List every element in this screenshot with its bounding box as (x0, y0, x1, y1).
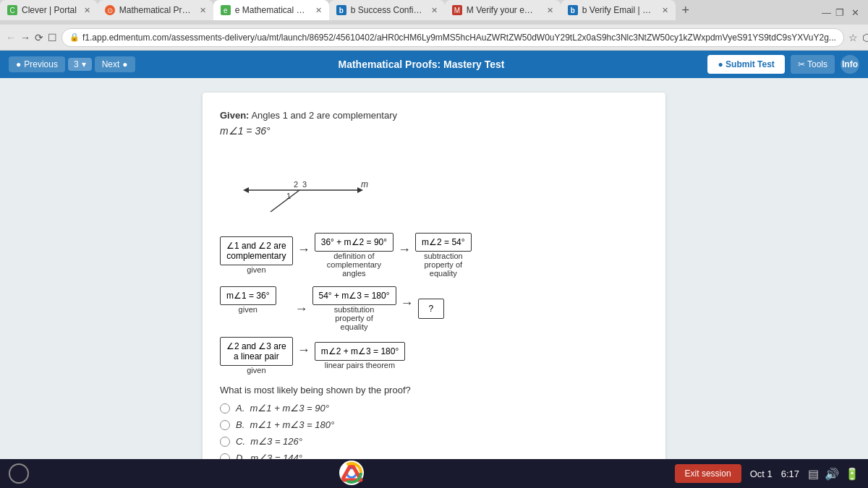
proof-arrow-5: → (293, 343, 315, 358)
info-button[interactable]: Info (841, 55, 859, 74)
option-a-radio[interactable] (220, 403, 230, 414)
tab-math-proofs[interactable]: ⊙ Mathematical Proofs ✕ (98, 0, 213, 20)
url-text: f1.app.edmentum.com/assessments-delivery… (82, 33, 836, 43)
tab-clever[interactable]: C Clever | Portal ✕ (0, 0, 98, 20)
url-bar[interactable]: 🔒 f1.app.edmentum.com/assessments-delive… (61, 28, 844, 47)
proof-row-1: ∠1 and ∠2 arecomplementary given → 36° +… (220, 233, 648, 278)
proof-middle: m∠1 = 36° given → 54° + m∠3 = 180° subst… (220, 283, 648, 331)
tab-close-clever[interactable]: ✕ (84, 6, 90, 15)
proof-col-6: ? (418, 299, 445, 319)
svg-line-4 (271, 190, 299, 212)
tab-verify[interactable]: M M Verify your email add ✕ (445, 0, 561, 20)
tab-label-verify: M Verify your email add (467, 5, 540, 15)
tab-close-success[interactable]: ✕ (431, 6, 438, 15)
lock-icon: 🔒 (69, 33, 80, 42)
geometry-diagram: m 2 3 1 (234, 147, 648, 221)
option-c-label: C. m∠3 = 126° (236, 436, 302, 447)
prev-icon: ● (16, 59, 21, 69)
scissors-icon: ✂ (798, 59, 805, 69)
proof-row-2: → 54° + m∠3 = 180° substitutionproperty … (291, 286, 445, 331)
taskbar-date: Oct 1 (750, 468, 773, 479)
tab-success[interactable]: b b Success Confirmation ✕ (329, 0, 445, 20)
proof-col-4: m∠1 = 36° given (220, 286, 276, 314)
new-tab-button[interactable]: + (676, 0, 696, 20)
tab-icon-bartleby: b (568, 5, 578, 15)
proof-box-8-label: linear pairs theorem (325, 361, 395, 369)
proof-col-1: ∠1 and ∠2 arecomplementary given (220, 236, 293, 274)
tab-label-emath: e Mathematical Proofs (235, 5, 308, 15)
close-icon[interactable]: ✕ (848, 7, 862, 18)
reload-button[interactable]: ⟳ (35, 27, 43, 48)
submit-icon: ● (718, 59, 723, 69)
proof-box-1-label: given (247, 265, 265, 274)
restore-icon[interactable]: ❐ (835, 7, 844, 18)
back-button[interactable]: ← (6, 27, 16, 48)
proof-box-8: m∠2 + m∠3 = 180° (315, 342, 406, 361)
next-button-toolbar[interactable]: Next ● (95, 56, 135, 72)
forward-button[interactable]: → (20, 27, 30, 48)
tab-icon-verify: M (452, 5, 462, 15)
chrome-taskbar-icon[interactable] (339, 461, 364, 487)
option-b[interactable]: B. m∠1 + m∠3 = 180° (220, 419, 648, 430)
proof-box-7: ∠2 and ∠3 area linear pair (220, 337, 293, 366)
proof-box-4-label: given (239, 305, 258, 314)
tab-emath[interactable]: e e Mathematical Proofs ✕ (213, 0, 329, 20)
proof-box-5: 54° + m∠3 = 180° (312, 286, 396, 305)
option-c[interactable]: C. m∠3 = 126° (220, 436, 648, 447)
tab-close-bartleby[interactable]: ✕ (662, 6, 668, 15)
volume-icon: 🔊 (825, 467, 839, 481)
proof-box-3-label: subtractionproperty ofequality (424, 252, 463, 278)
submit-test-button[interactable]: ● Submit Test (707, 55, 784, 74)
proof-col-5: → 54° + m∠3 = 180° substitutionproperty … (291, 286, 445, 331)
options-list: A. m∠1 + m∠3 = 90° B. m∠1 + m∠3 = 180° C… (220, 403, 648, 463)
proof-col-3: m∠2 = 54° subtractionproperty ofequality (415, 233, 472, 278)
proof-box-2-label: definition ofcomplementaryangles (327, 252, 381, 278)
option-c-radio[interactable] (220, 437, 230, 447)
previous-button[interactable]: ● Previous (9, 56, 65, 72)
option-a[interactable]: A. m∠1 + m∠3 = 90° (220, 403, 648, 414)
bookmark-icon[interactable]: ☆ (848, 32, 858, 43)
tab-close-verify[interactable]: ✕ (547, 6, 553, 15)
proof-row-3: ∠2 and ∠3 area linear pair given → m∠2 +… (220, 337, 648, 374)
proof-box-1: ∠1 and ∠2 arecomplementary (220, 236, 293, 265)
home-button[interactable]: ☐ (48, 27, 57, 48)
option-a-label: A. m∠1 + m∠3 = 90° (236, 403, 329, 414)
chrome-svg (339, 461, 364, 485)
tab-close-math[interactable]: ✕ (200, 6, 206, 15)
extensions-icon[interactable]: ⬡ (862, 32, 868, 43)
svg-text:2: 2 (294, 180, 298, 189)
proof-col-7: ∠2 and ∠3 area linear pair given (220, 337, 293, 374)
tab-label-success: b Success Confirmation (351, 5, 424, 15)
proof-box-5-label: substitutionproperty ofequality (334, 305, 375, 331)
angle-diagram: m 2 3 1 (234, 147, 379, 219)
option-b-radio[interactable] (220, 420, 230, 430)
proof-box-7-label: given (247, 366, 265, 374)
tools-button[interactable]: ✂ Tools (791, 55, 835, 74)
option-b-label: B. m∠1 + m∠3 = 180° (236, 419, 334, 430)
taskbar-start[interactable] (9, 463, 29, 484)
svg-text:3: 3 (302, 180, 307, 189)
taskbar: Exit session Oct 1 6:17 ▤ 🔊 🔋 (0, 459, 868, 488)
question-card: Given: Angles 1 and 2 are complementary … (203, 93, 665, 488)
tab-close-emath[interactable]: ✕ (315, 6, 322, 15)
browser-controls: — ❐ ✕ (816, 0, 868, 25)
network-icon: ▤ (808, 467, 819, 481)
app-toolbar: ● Previous 3 ▾ Next ● Mathematical Proof… (0, 51, 868, 78)
chevron-down-icon[interactable]: ▾ (82, 59, 86, 69)
svg-text:m: m (361, 179, 368, 189)
toolbar-nav: ● Previous 3 ▾ Next ● (9, 56, 135, 72)
given-value: Angles 1 and 2 are complementary (251, 110, 397, 121)
main-content: Given: Angles 1 and 2 are complementary … (0, 78, 868, 488)
tab-label-math: Mathematical Proofs (119, 5, 192, 15)
svg-text:1: 1 (286, 192, 291, 200)
proof-col-8: m∠2 + m∠3 = 180° linear pairs theorem (315, 342, 406, 369)
tab-bartleby[interactable]: b b Verify Email | bartleb ✕ (561, 0, 676, 20)
minimize-icon[interactable]: — (822, 7, 831, 18)
proof-section: ∠1 and ∠2 arecomplementary given → 36° +… (220, 233, 648, 374)
proof-col-5a: 54° + m∠3 = 180° substitutionproperty of… (312, 286, 396, 331)
taskbar-right: Exit session Oct 1 6:17 ▤ 🔊 🔋 (675, 464, 859, 483)
given-label: Given: (220, 110, 249, 121)
exit-session-button[interactable]: Exit session (675, 464, 741, 483)
proof-box-6: ? (418, 299, 445, 319)
taskbar-system-icons: ▤ 🔊 🔋 (808, 467, 859, 481)
